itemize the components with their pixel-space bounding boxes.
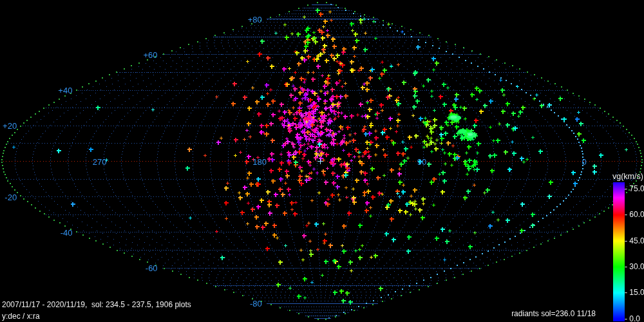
dec-label--80: -80 xyxy=(250,299,262,308)
dec-label-+80: +80 xyxy=(248,15,262,23)
colorbar-tick-15.0: - 15.0 xyxy=(625,289,644,296)
footer-date-range: 2007/11/17 - 2020/11/19, sol: 234.5 - 23… xyxy=(2,301,191,309)
dec-label--60: -60 xyxy=(146,264,158,272)
dec-label--20: -20 xyxy=(5,193,17,201)
footer-current-sol: radiants sol=236.0 11/18 xyxy=(511,310,596,318)
ra-label-270: 270 xyxy=(93,158,107,166)
ra-label-0: 0 xyxy=(582,158,586,166)
dec-label-+40: +40 xyxy=(58,86,72,95)
colorbar-title: vg(km/s) xyxy=(612,173,643,181)
ra-label-90: 90 xyxy=(417,158,426,166)
radiant-map-app: +80+60+40+20-20-40-60-80270180900 vg(km/… xyxy=(0,0,644,322)
colorbar-tick-75.0: - 75.0 xyxy=(625,185,644,193)
footer-axis-legend: y:dec / x:ra xyxy=(2,312,40,321)
dec-label-+60: +60 xyxy=(144,50,158,59)
dec-label-+20: +20 xyxy=(3,122,17,130)
ra-label-180: 180 xyxy=(252,158,267,166)
colorbar-tick-0.0: - 0.0 xyxy=(625,315,640,322)
colorbar-tick-30.0: - 30.0 xyxy=(625,263,644,270)
colorbar-tick-60.0: - 60.0 xyxy=(625,211,644,218)
dec-label--40: -40 xyxy=(61,228,73,236)
colorbar-tick-45.0: - 45.0 xyxy=(625,237,644,245)
